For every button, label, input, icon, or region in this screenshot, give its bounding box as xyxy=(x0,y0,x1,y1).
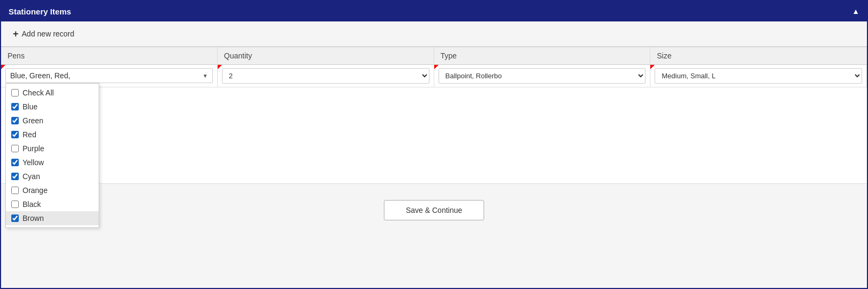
dropdown-item-orange[interactable]: Orange xyxy=(6,183,99,197)
table-header-row: Pens Quantity Type Size xyxy=(1,47,867,65)
footer: Save & Continue xyxy=(1,189,867,231)
pens-selected-display: Blue, Green, Red, xyxy=(10,71,70,80)
size-select[interactable]: Medium, Small, L Small Medium Large Extr… xyxy=(655,68,862,84)
panel-header: Stationery Items ▲ xyxy=(1,1,867,21)
label-purple: Purple xyxy=(23,144,44,153)
required-marker-size xyxy=(650,65,655,69)
stationery-panel: Stationery Items ▲ + Add new record Pens… xyxy=(0,0,868,289)
dropdown-item-check-all[interactable]: Check All xyxy=(6,86,99,100)
label-red: Red xyxy=(23,130,36,139)
pens-dropdown-wrapper: Blue, Green, Red, ▼ Check All xyxy=(5,68,213,83)
dropdown-item-purple[interactable]: Purple xyxy=(6,142,99,155)
plus-icon: + xyxy=(13,29,19,39)
header-quantity: Quantity xyxy=(218,47,434,64)
label-yellow: Yellow xyxy=(23,158,44,167)
label-cyan: Cyan xyxy=(23,172,40,181)
add-record-label: Add new record xyxy=(22,29,75,38)
dropdown-item-red[interactable]: Red xyxy=(6,128,99,142)
toolbar: + Add new record xyxy=(1,21,867,47)
dropdown-item-black[interactable]: Black xyxy=(6,197,99,211)
dropdown-item-blue[interactable]: Blue xyxy=(6,100,99,114)
checkbox-red[interactable] xyxy=(11,131,19,138)
checkbox-black[interactable] xyxy=(11,201,19,208)
checkbox-check-all[interactable] xyxy=(11,89,19,97)
empty-area xyxy=(1,87,867,184)
type-cell: Ballpoint, Rollerbo Ballpoint Rollerball… xyxy=(434,65,651,87)
checkbox-blue[interactable] xyxy=(11,103,19,110)
pens-multiselect-button[interactable]: Blue, Green, Red, ▼ xyxy=(5,68,213,83)
header-type: Type xyxy=(434,47,651,64)
checkbox-cyan[interactable] xyxy=(11,173,19,180)
required-marker-quantity xyxy=(218,65,222,69)
pens-dropdown-arrow: ▼ xyxy=(203,73,208,79)
checkbox-purple[interactable] xyxy=(11,145,19,152)
save-continue-label: Save & Continue xyxy=(406,206,462,214)
required-marker-pens xyxy=(1,65,5,69)
data-table: Pens Quantity Type Size xyxy=(1,47,867,184)
dropdown-item-green[interactable]: Green xyxy=(6,114,99,128)
panel-title: Stationery Items xyxy=(9,7,71,16)
label-brown: Brown xyxy=(23,214,44,223)
quantity-cell: 1 2 3 4 5 10 xyxy=(218,65,434,87)
size-cell: Medium, Small, L Small Medium Large Extr… xyxy=(650,65,867,87)
pens-dropdown-menu: Check All Blue Green xyxy=(5,83,99,228)
label-green: Green xyxy=(23,116,43,125)
header-size: Size xyxy=(650,47,867,64)
type-select[interactable]: Ballpoint, Rollerbo Ballpoint Rollerball… xyxy=(439,68,646,84)
pens-cell: Blue, Green, Red, ▼ Check All xyxy=(1,65,218,87)
panel-body: + Add new record Pens Quantity Type Size xyxy=(1,21,867,288)
quantity-select[interactable]: 1 2 3 4 5 10 xyxy=(222,68,429,84)
label-orange: Orange xyxy=(23,186,48,195)
checkbox-yellow[interactable] xyxy=(11,159,19,166)
save-continue-button[interactable]: Save & Continue xyxy=(384,200,484,220)
label-blue: Blue xyxy=(23,102,38,111)
label-black: Black xyxy=(23,200,41,209)
dropdown-item-cyan[interactable]: Cyan xyxy=(6,169,99,183)
checkbox-orange[interactable] xyxy=(11,187,19,194)
checkbox-brown[interactable] xyxy=(11,214,19,222)
table-row: Blue, Green, Red, ▼ Check All xyxy=(1,65,867,87)
dropdown-item-brown[interactable]: Brown xyxy=(6,211,99,225)
collapse-icon[interactable]: ▲ xyxy=(852,7,859,16)
checkbox-green[interactable] xyxy=(11,117,19,124)
required-marker-type xyxy=(434,65,439,69)
label-check-all: Check All xyxy=(23,88,54,97)
add-record-button[interactable]: + Add new record xyxy=(10,27,78,41)
dropdown-item-yellow[interactable]: Yellow xyxy=(6,155,99,169)
header-pens: Pens xyxy=(1,47,218,64)
